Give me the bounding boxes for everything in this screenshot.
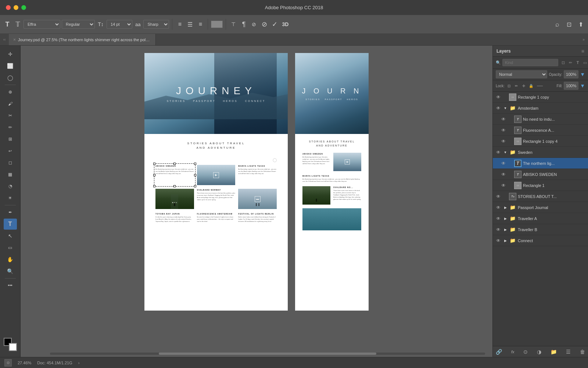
lock-artboard-icon[interactable]: ✛ — [521, 83, 527, 89]
pen-tool[interactable]: ✒ — [4, 207, 17, 218]
rectangle-tool[interactable]: ▭ — [4, 242, 17, 253]
layer-expand-amsterdam[interactable]: ▼ — [503, 105, 508, 112]
layer-expand-stories[interactable] — [503, 193, 508, 200]
close-button[interactable] — [6, 5, 11, 10]
history-brush[interactable]: ↩ — [4, 145, 17, 156]
font-size-select[interactable]: 14 pt — [107, 20, 132, 29]
transform-icon[interactable]: ⊤ — [229, 20, 238, 29]
type-tool[interactable]: T — [4, 219, 17, 230]
3d-button[interactable]: 3D — [280, 21, 290, 28]
paragraph-icon[interactable]: ¶ — [239, 20, 248, 29]
workspace-icon[interactable]: ⊡ — [564, 20, 573, 29]
handle-br[interactable] — [194, 185, 196, 187]
align-left-icon[interactable]: ≡ — [175, 20, 184, 29]
clone-tool[interactable]: ⊞ — [4, 134, 17, 145]
layer-expand-travellera[interactable]: ▶ — [503, 215, 508, 222]
zoom-tool[interactable]: 🔍 — [4, 266, 17, 277]
search-icon[interactable]: ⌕ — [553, 20, 562, 29]
document-tab[interactable]: × Journey.psd @ 27.5% (The northern ligh… — [9, 34, 156, 45]
layer-stories-about[interactable]: 👁 Tₐ STORIES ABOUT T... — [493, 191, 588, 202]
aa-mode-select[interactable]: Sharp — [143, 20, 169, 29]
layer-rectangle-1-copy[interactable]: 👁 ▭ Rectangle 1 copy — [493, 92, 588, 103]
opacity-input[interactable]: 100% — [564, 70, 578, 78]
hand-tool[interactable]: ✋ — [4, 254, 17, 265]
layer-eye-rect1copy[interactable]: 👁 — [495, 94, 502, 100]
eraser-tool[interactable]: ◻ — [4, 157, 17, 168]
tab-scroll-right[interactable]: » — [579, 34, 588, 45]
layer-expand-connect[interactable]: ▶ — [503, 237, 508, 244]
filter-shape-icon[interactable]: ▭ — [582, 59, 588, 66]
type-tool-icon[interactable]: T — [3, 20, 12, 29]
more-tools[interactable]: ••• — [4, 280, 17, 291]
layer-rect1copy4[interactable]: 👁 ▭ Rectangle 1 copy 4 — [493, 136, 588, 147]
doc-info-arrow[interactable]: › — [78, 361, 80, 365]
align-right-icon[interactable]: ≡ — [196, 20, 205, 29]
type-size-icon[interactable]: 𝕋 — [13, 20, 22, 29]
filter-adjust-icon[interactable]: ✏ — [567, 59, 574, 66]
layer-amsterdam-folder[interactable]: 👁 ▼ 📁 Amsterdam — [493, 103, 588, 114]
eyedropper-tool[interactable]: 🖌 — [4, 98, 17, 109]
layer-expand-abisko[interactable] — [508, 171, 513, 178]
layer-adjustment-icon[interactable]: ◑ — [537, 349, 541, 355]
layer-sweden-folder[interactable]: 👁 ▼ 📁 Sweden — [493, 147, 588, 158]
filter-type-icon[interactable]: T — [574, 59, 581, 66]
layer-expand-sweden[interactable]: ▼ — [503, 149, 508, 156]
layer-expand-northern[interactable] — [508, 160, 513, 167]
gradient-tool[interactable]: ▦ — [4, 169, 17, 180]
filter-pixel-icon[interactable]: ⊡ — [560, 59, 566, 66]
layers-list[interactable]: 👁 ▭ Rectangle 1 copy 👁 ▼ 📁 Amsterdam 👁 — [493, 92, 588, 346]
layer-new-layer-icon[interactable]: ☰ — [566, 349, 571, 355]
h-scrollbar[interactable] — [50, 353, 485, 355]
lasso-tool[interactable]: ◯ — [4, 72, 17, 83]
nav-heros[interactable]: HEROS — [223, 100, 238, 102]
layer-connect[interactable]: 👁 ▶ 📁 Connect — [493, 235, 588, 246]
selection-tool[interactable]: ⬜ — [4, 60, 17, 71]
glyph-icon[interactable]: ⊘ — [250, 20, 258, 29]
layer-delete-icon[interactable]: 🗑 — [580, 349, 585, 355]
dodge-tool[interactable]: ☀ — [4, 192, 17, 204]
align-center-icon[interactable]: ☰ — [186, 20, 194, 29]
font-style-select[interactable]: Regular — [62, 20, 95, 29]
tab-close-button[interactable]: × — [13, 37, 16, 42]
path-selection[interactable]: ↖ — [4, 230, 17, 241]
layer-new-folder-icon[interactable]: 📁 — [551, 349, 557, 355]
layer-eye-rect1copy4[interactable]: 👁 — [500, 138, 507, 145]
fill-arrow[interactable]: ▼ — [580, 83, 585, 89]
canvas-area[interactable]: JOURNEY STORIES PASSPORT HEROS CONNECT S… — [21, 46, 492, 357]
layer-fx-icon[interactable]: fx — [511, 350, 514, 354]
layer-traveller-a[interactable]: 👁 ▶ 📁 Traveller A — [493, 213, 588, 224]
layer-expand-travellerb[interactable]: ▶ — [503, 226, 508, 233]
handle-tr[interactable] — [194, 163, 196, 165]
font-family-select[interactable]: Effra — [24, 20, 60, 29]
handle-bc[interactable] — [173, 185, 176, 187]
layer-expand-rect1[interactable] — [508, 182, 513, 189]
layer-expand-noneed[interactable] — [508, 116, 513, 123]
layers-search-input[interactable] — [502, 59, 558, 66]
layer-expand-rect1copy4[interactable] — [508, 138, 513, 145]
layer-mask-icon[interactable]: ⊙ — [523, 349, 528, 355]
brush-tool[interactable]: ✏ — [4, 122, 17, 133]
layer-eye-stories[interactable]: 👁 — [495, 193, 502, 200]
background-color[interactable] — [9, 343, 17, 351]
fill-input[interactable]: 100% — [564, 82, 578, 90]
maximize-button[interactable] — [21, 5, 26, 10]
move-tool[interactable]: ✛ — [4, 49, 17, 60]
handle-rc[interactable] — [194, 174, 196, 176]
layer-eye-northern[interactable]: 👁 — [500, 160, 507, 167]
layer-eye-sweden[interactable]: 👁 — [495, 149, 502, 156]
blend-mode-select[interactable]: Normal — [496, 70, 547, 78]
fg-bg-swatches[interactable] — [4, 338, 17, 351]
nav-stories[interactable]: STORIES — [167, 100, 186, 102]
layer-eye-travellera[interactable]: 👁 — [495, 215, 502, 222]
layer-northern-lights[interactable]: 👁 T The northern lig... — [493, 158, 588, 169]
layer-eye-passport[interactable]: 👁 — [495, 204, 502, 211]
layer-traveller-b[interactable]: 👁 ▶ 📁 Traveller B — [493, 224, 588, 235]
layer-expand-fluor[interactable] — [508, 127, 513, 134]
layer-expand-rect1copy[interactable] — [503, 94, 508, 100]
handle-bl[interactable] — [153, 185, 155, 187]
layer-rect1[interactable]: 👁 ▭ Rectangle 1 — [493, 180, 588, 191]
layer-link-icon[interactable]: 🔗 — [496, 349, 502, 355]
minimize-button[interactable] — [14, 5, 18, 10]
layer-passport-folder[interactable]: 👁 ▶ 📁 Passport Journal — [493, 202, 588, 213]
layer-expand-passport[interactable]: ▶ — [503, 204, 508, 211]
